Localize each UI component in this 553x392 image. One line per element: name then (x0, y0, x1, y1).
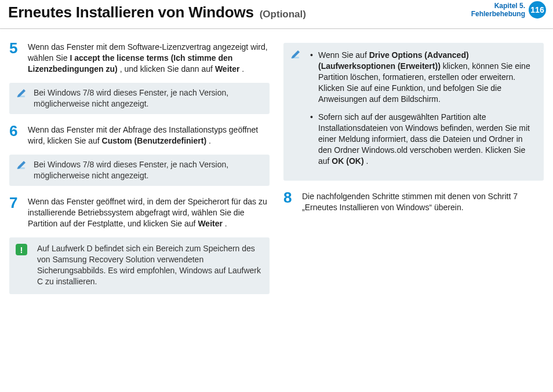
note-body: Wenn Sie auf Drive Options (Advanced) (L… (310, 50, 536, 167)
chapter-line-2: Fehlerbehebung (471, 10, 525, 18)
step-6: 6 Wenn das Fenster mit der Abfrage des I… (9, 124, 270, 146)
note-box: Bei Windows 7/8 wird dieses Fenster, je … (9, 83, 270, 114)
text: Die nachfolgenden Schritte stimmen mit d… (302, 192, 518, 212)
text: . (242, 64, 244, 74)
list-item: Wenn Sie auf Drive Options (Advanced) (L… (310, 50, 536, 105)
bold: Custom (Benutzerdefiniert) (102, 136, 206, 145)
list-item: Sofern sich auf der ausgewählten Partiti… (310, 112, 536, 167)
chapter-line-1: Kapitel 5. (471, 2, 525, 10)
note-box: Wenn Sie auf Drive Options (Advanced) (L… (283, 43, 544, 181)
warning-text: Auf Laufwerk D befindet sich ein Bereich… (37, 243, 261, 287)
step-5: 5 Wenn das Fenster mit dem Software-Lize… (9, 42, 270, 75)
page-title: Erneutes Installieren von Windows (8, 3, 254, 21)
bold: Weiter (215, 64, 240, 74)
exclamation-badge: ! (16, 244, 27, 255)
step-body: Wenn das Fenster geöffnet wird, in dem d… (28, 196, 270, 229)
text: Wenn Sie auf (318, 50, 369, 60)
text: Wenn das Fenster geöffnet wird, in dem d… (28, 197, 267, 228)
bold: Weiter (198, 219, 223, 228)
bold: OK (OK) (332, 156, 363, 166)
pencil-icon (289, 49, 302, 61)
step-body: Die nachfolgenden Schritte stimmen mit d… (302, 191, 544, 213)
step-number: 5 (9, 42, 22, 75)
header-rule (0, 28, 553, 29)
page-number-badge: 116 (529, 1, 546, 19)
text: . (225, 219, 227, 228)
step-number: 6 (9, 124, 22, 146)
note-text: Bei Windows 7/8 wird dieses Fenster, je … (34, 87, 263, 109)
step-body: Wenn das Fenster mit der Abfrage des Ins… (28, 124, 270, 146)
content-columns: 5 Wenn das Fenster mit dem Software-Lize… (0, 30, 553, 305)
pencil-icon (15, 87, 28, 100)
step-8: 8 Die nachfolgenden Schritte stimmen mit… (283, 191, 544, 213)
text: . (209, 136, 211, 145)
note-box: Bei Windows 7/8 wird dieses Fenster, je … (9, 155, 270, 186)
warning-box: ! Auf Laufwerk D befindet sich ein Berei… (9, 237, 270, 294)
note-text: Bei Windows 7/8 wird dieses Fenster, je … (34, 159, 263, 181)
step-body: Wenn das Fenster mit dem Software-Lizenz… (28, 42, 270, 75)
bullet-list: Wenn Sie auf Drive Options (Advanced) (L… (310, 50, 536, 167)
left-column: 5 Wenn das Fenster mit dem Software-Lize… (9, 42, 270, 305)
text: , und klicken Sie dann auf (120, 64, 215, 74)
page-subtitle: (Optional) (260, 9, 306, 20)
page-header: Erneutes Installieren von Windows (Optio… (0, 0, 553, 24)
exclamation-icon: ! (15, 243, 28, 256)
text: . (366, 156, 368, 166)
chapter-block: Kapitel 5. Fehlerbehebung 116 (471, 1, 546, 19)
step-number: 7 (9, 196, 22, 229)
chapter-text: Kapitel 5. Fehlerbehebung (471, 2, 525, 18)
step-number: 8 (283, 191, 296, 213)
step-7: 7 Wenn das Fenster geöffnet wird, in dem… (9, 196, 270, 229)
pencil-icon (15, 159, 28, 172)
right-column: Wenn Sie auf Drive Options (Advanced) (L… (283, 42, 544, 305)
